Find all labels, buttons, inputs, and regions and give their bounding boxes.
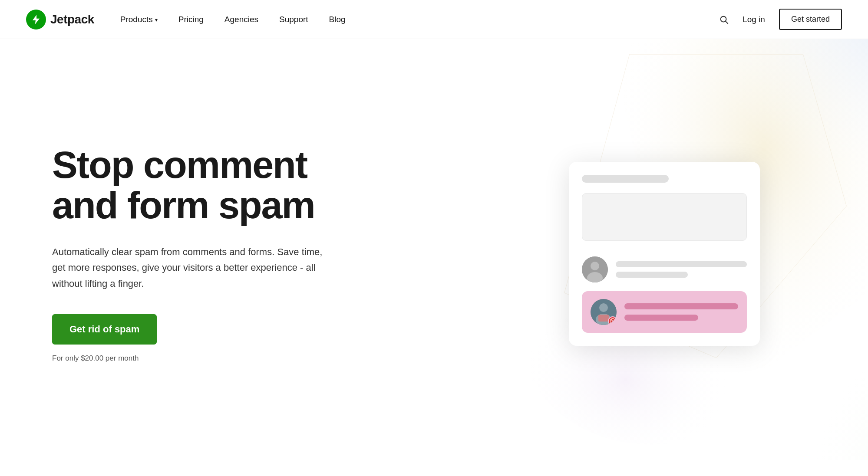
- svg-line-1: [726, 21, 728, 23]
- chevron-down-icon: ▾: [155, 17, 158, 23]
- hero-content: Stop comment and form spam Automatically…: [52, 145, 486, 363]
- hero-description: Automatically clear spam from comments a…: [52, 244, 330, 292]
- avatar-icon-normal: [582, 256, 608, 282]
- mockup-spam-avatar: [591, 299, 617, 325]
- hero-illustration: [486, 162, 842, 346]
- logo-icon: [26, 10, 46, 30]
- main-nav: Products ▾ Pricing Agencies Support Blog: [120, 15, 719, 24]
- mockup-line-1: [616, 261, 747, 267]
- nav-products[interactable]: Products ▾: [120, 15, 158, 24]
- nav-pricing[interactable]: Pricing: [178, 15, 204, 24]
- hero-title: Stop comment and form spam: [52, 145, 486, 225]
- search-button[interactable]: [719, 15, 729, 24]
- mockup-top-bar: [582, 175, 669, 183]
- nav-support[interactable]: Support: [279, 15, 308, 24]
- mockup-spam-row: [582, 291, 747, 333]
- logo-link[interactable]: Jetpack: [26, 10, 94, 30]
- mockup-spam-lines: [624, 303, 738, 321]
- mockup-spam-line-2: [624, 315, 698, 321]
- price-note: For only $20.00 per month: [52, 354, 139, 362]
- svg-point-11: [599, 303, 608, 312]
- hero-section: Stop comment and form spam Automatically…: [0, 39, 868, 460]
- svg-rect-13: [598, 315, 609, 322]
- mockup-text-lines-normal: [616, 261, 747, 278]
- spam-badge-icon: [608, 316, 617, 325]
- site-header: Jetpack Products ▾ Pricing Agencies Supp…: [0, 0, 868, 39]
- jetpack-bolt-icon: [30, 14, 42, 25]
- svg-line-15: [611, 319, 614, 323]
- mockup-spam-line-1: [624, 303, 738, 309]
- nav-blog[interactable]: Blog: [329, 15, 346, 24]
- login-link[interactable]: Log in: [743, 15, 765, 24]
- get-started-button[interactable]: Get started: [779, 9, 842, 30]
- logo-text: Jetpack: [50, 13, 94, 26]
- nav-agencies[interactable]: Agencies: [224, 15, 258, 24]
- cta-button[interactable]: Get rid of spam: [52, 314, 157, 345]
- block-icon: [610, 318, 616, 324]
- search-icon: [719, 15, 729, 24]
- svg-point-8: [591, 262, 599, 270]
- mockup-line-2: [616, 272, 688, 278]
- mockup-card: [569, 162, 760, 346]
- mockup-image-placeholder: [582, 193, 747, 241]
- mockup-comment-row: [582, 256, 747, 282]
- header-right: Log in Get started: [719, 9, 842, 30]
- mockup-avatar-normal: [582, 256, 608, 282]
